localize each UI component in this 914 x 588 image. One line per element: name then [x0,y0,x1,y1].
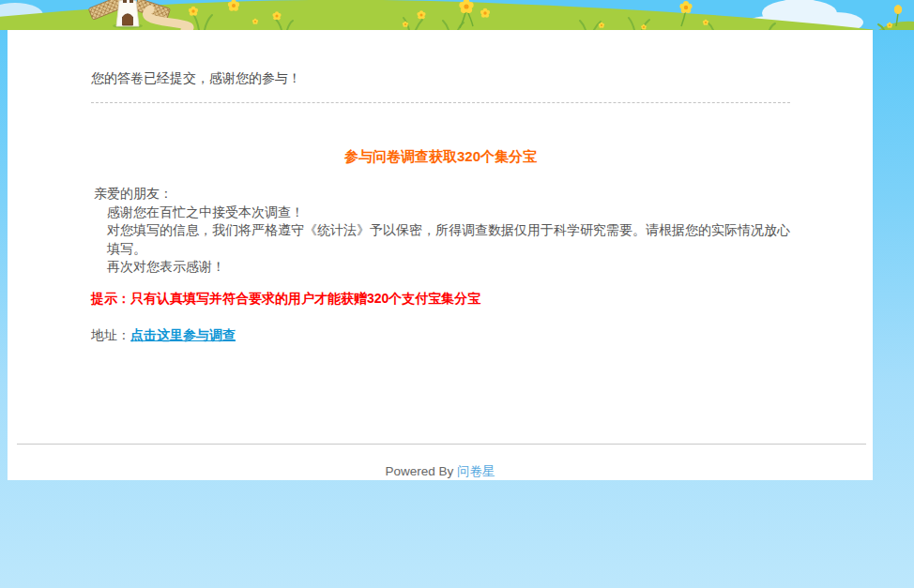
reward-notice: 提示：只有认真填写并符合要求的用户才能获赠320个支付宝集分宝 [91,290,790,309]
address-line: 地址：点击这里参与调查 [91,326,790,345]
page-background: 您的答卷已经提交，感谢您的参与！ 参与问卷调查获取320个集分宝 亲爱的朋友： … [0,0,914,588]
footer-divider [17,444,866,445]
banner-illustration [0,0,914,30]
survey-link[interactable]: 点击这里参与调查 [130,327,236,342]
address-label: 地址： [91,327,130,342]
submitted-message: 您的答卷已经提交，感谢您的参与！ [91,69,790,87]
powered-by-label: Powered By [385,464,457,478]
promo-line: 感谢您在百忙之中接受本次调查！ [91,204,790,222]
promo-greeting: 亲爱的朋友： [91,185,790,204]
content-panel: 您的答卷已经提交，感谢您的参与！ 参与问卷调查获取320个集分宝 亲爱的朋友： … [8,30,873,480]
promo-body: 亲爱的朋友： 感谢您在百忙之中接受本次调查！ 对您填写的信息，我们将严格遵守《统… [91,185,790,277]
content-area: 您的答卷已经提交，感谢您的参与！ 参与问卷调查获取320个集分宝 亲爱的朋友： … [8,69,873,345]
footer: Powered By 问卷星 [8,463,873,480]
promo-line: 再次对您表示感谢！ [91,258,790,277]
promo-line: 对您填写的信息，我们将严格遵守《统计法》予以保密，所得调查数据仅用于科学研究需要… [91,221,790,258]
brand-link[interactable]: 问卷星 [457,464,495,478]
meadow-banner-graphic [0,0,914,30]
dashed-divider [91,102,790,103]
promo-title: 参与问卷调查获取320个集分宝 [91,148,790,166]
